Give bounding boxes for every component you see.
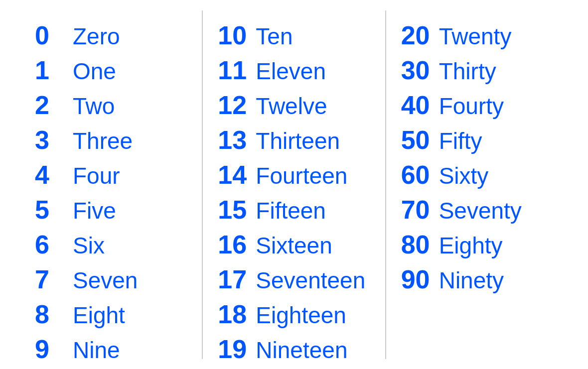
number-value: 12 [218,90,248,120]
column-1: 10Ten11Eleven12Twelve13Thirteen14Fourtee… [203,10,386,359]
column-2: 20Twenty30Thirty40Fourty50Fifty60Sixty70… [386,10,568,359]
number-row: 1One [35,55,187,85]
number-value: 19 [218,334,248,364]
number-value: 6 [35,230,65,259]
number-word: Zero [73,23,120,50]
number-value: 90 [401,264,431,294]
number-word: Nineteen [256,337,347,364]
number-row: 3Three [35,125,187,155]
number-row: 15Fifteen [218,195,370,225]
number-value: 17 [218,264,248,294]
number-value: 11 [218,55,248,85]
number-value: 10 [218,20,248,50]
number-row: 70Seventy [401,195,553,225]
number-row: 13Thirteen [218,125,370,155]
number-row: 8Eight [35,299,187,329]
number-row: 17Seventeen [218,264,370,294]
number-word: Four [73,162,120,189]
number-word: Nine [73,337,120,364]
number-value: 50 [401,125,431,155]
number-word: One [73,58,116,85]
number-row: 50Fifty [401,125,553,155]
number-value: 70 [401,195,431,225]
number-word: Thirteen [256,127,340,154]
number-row: 2Two [35,90,187,120]
number-value: 0 [35,20,65,50]
number-row: 16Sixteen [218,230,370,259]
number-word: Seven [73,267,138,294]
number-word: Fifteen [256,197,326,224]
number-value: 80 [401,230,431,259]
number-value: 7 [35,264,65,294]
number-word: Eleven [256,58,326,85]
number-value: 40 [401,90,431,120]
number-word: Seventeen [256,267,365,294]
number-value: 8 [35,299,65,329]
number-row: 5Five [35,195,187,225]
number-row: 11Eleven [218,55,370,85]
number-row: 19Nineteen [218,334,370,364]
number-word: Sixty [439,162,489,189]
number-word: Ninety [439,267,504,294]
number-value: 30 [401,55,431,85]
number-value: 2 [35,90,65,120]
number-word: Eighteen [256,302,346,329]
number-row: 12Twelve [218,90,370,120]
number-value: 18 [218,299,248,329]
number-word: Twelve [256,93,327,120]
main-container: 0Zero1One2Two3Three4Four5Five6Six7Seven8… [20,10,568,359]
number-value: 13 [218,125,248,155]
number-value: 15 [218,195,248,225]
number-word: Eighty [439,232,503,259]
number-row: 60Sixty [401,160,553,190]
number-row: 4Four [35,160,187,190]
number-word: Ten [256,23,293,50]
number-row: 0Zero [35,20,187,50]
number-value: 60 [401,160,431,190]
number-value: 20 [401,20,431,50]
number-value: 1 [35,55,65,85]
number-value: 3 [35,125,65,155]
number-word: Three [73,127,133,154]
number-word: Six [73,232,105,259]
number-value: 9 [35,334,65,364]
number-word: Twenty [439,23,512,50]
number-row: 30Thirty [401,55,553,85]
number-word: Fourty [439,93,504,120]
number-word: Eight [73,302,125,329]
number-word: Fifty [439,127,482,154]
number-word: Thirty [439,58,496,85]
column-0: 0Zero1One2Two3Three4Four5Five6Six7Seven8… [20,10,203,359]
number-row: 40Fourty [401,90,553,120]
number-row: 80Eighty [401,230,553,259]
number-row: 9Nine [35,334,187,364]
number-value: 4 [35,160,65,190]
number-row: 7Seven [35,264,187,294]
number-value: 16 [218,230,248,259]
number-row: 6Six [35,230,187,259]
number-word: Five [73,197,116,224]
number-word: Sixteen [256,232,332,259]
number-row: 14Fourteen [218,160,370,190]
number-value: 5 [35,195,65,225]
number-row: 20Twenty [401,20,553,50]
number-row: 10Ten [218,20,370,50]
number-value: 14 [218,160,248,190]
number-word: Seventy [439,197,522,224]
number-row: 90Ninety [401,264,553,294]
number-word: Two [73,93,115,120]
number-word: Fourteen [256,162,347,189]
number-row: 18Eighteen [218,299,370,329]
